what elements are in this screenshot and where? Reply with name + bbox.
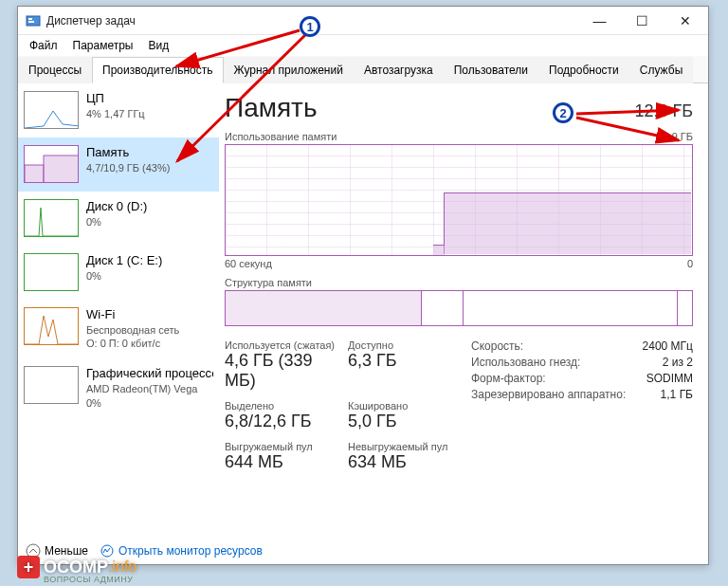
cpu-title: ЦП xyxy=(86,91,145,107)
memory-title: Память xyxy=(86,145,170,161)
graph-fill xyxy=(444,192,691,254)
gpu-thumb xyxy=(24,366,79,404)
menu-options[interactable]: Параметры xyxy=(65,37,141,54)
graph-x-left: 60 секунд xyxy=(225,258,272,269)
tab-startup[interactable]: Автозагрузка xyxy=(354,57,444,83)
svg-rect-4 xyxy=(44,156,79,183)
in-use-label: Используется (сжатая) xyxy=(225,339,348,351)
wifi-sub1: Беспроводная сеть xyxy=(86,323,179,337)
hw-value: 1,1 ГБ xyxy=(661,388,693,401)
gpu-title: Графический процессор xyxy=(86,366,213,382)
hw-label: Зарезервировано аппаратно: xyxy=(471,388,626,401)
maximize-button[interactable]: ☐ xyxy=(621,7,664,34)
app-icon xyxy=(26,13,41,28)
svg-line-10 xyxy=(177,32,308,161)
close-button[interactable]: ✕ xyxy=(664,7,706,34)
slots-value: 2 из 2 xyxy=(663,356,693,369)
memory-composition[interactable] xyxy=(225,290,693,326)
avail-value: 6,3 ГБ xyxy=(348,351,471,371)
form-label: Форм-фактор: xyxy=(471,372,546,385)
tab-users[interactable]: Пользователи xyxy=(444,57,538,83)
sidebar-item-disk1[interactable]: Диск 1 (C: E:)0% xyxy=(18,246,219,300)
graph-x-right: 0 xyxy=(687,258,693,269)
wifi-title: Wi-Fi xyxy=(86,307,179,323)
tab-processes[interactable]: Процессы xyxy=(18,57,92,83)
paged-label: Выгружаемый пул xyxy=(225,441,348,452)
disk1-title: Диск 1 (C: E:) xyxy=(86,253,162,269)
cpu-thumb xyxy=(24,91,79,129)
composition-label: Структура памяти xyxy=(225,277,693,288)
tabbar: Процессы Производительность Журнал прило… xyxy=(18,56,708,83)
disk0-thumb xyxy=(24,199,79,237)
nonpaged-label: Невыгружаемый пул xyxy=(348,441,471,452)
annotation-arrow-1b xyxy=(166,28,327,171)
in-use-value: 4,6 ГБ (339 МБ) xyxy=(225,351,348,391)
wifi-sub2: О: 0 П: 0 кбит/с xyxy=(86,337,179,350)
svg-line-12 xyxy=(576,118,679,140)
menu-file[interactable]: Файл xyxy=(22,37,65,54)
sidebar-item-wifi[interactable]: Wi-FiБеспроводная сетьО: 0 П: 0 кбит/с xyxy=(18,300,219,358)
wifi-thumb xyxy=(24,307,79,345)
menubar: Файл Параметры Вид xyxy=(18,35,708,56)
annotation-badge-2: 2 xyxy=(553,102,573,123)
disk1-thumb xyxy=(24,253,79,291)
cpu-sub: 4% 1,47 ГГц xyxy=(86,107,145,120)
memory-thumb xyxy=(24,145,79,183)
tab-details[interactable]: Подробности xyxy=(538,57,629,83)
comp-in-use xyxy=(226,291,422,325)
comp-standby xyxy=(464,291,678,325)
form-value: SODIMM xyxy=(646,372,693,385)
task-manager-window: Диспетчер задач — ☐ ✕ Файл Параметры Вид… xyxy=(17,6,709,565)
annotation-arrow-2b xyxy=(573,114,691,148)
sidebar-item-gpu[interactable]: Графический процессорAMD Radeon(TM) Vega… xyxy=(18,358,219,417)
comp-modified xyxy=(422,291,464,325)
svg-rect-3 xyxy=(25,165,44,183)
commit-label: Выделено xyxy=(225,400,348,412)
sidebar-item-disk0[interactable]: Диск 0 (D:)0% xyxy=(18,192,219,246)
stats: Используется (сжатая)4,6 ГБ (339 МБ) Дос… xyxy=(225,339,693,482)
svg-rect-2 xyxy=(28,21,34,23)
annotation-badge-1: 1 xyxy=(300,16,320,37)
cached-value: 5,0 ГБ xyxy=(348,412,471,431)
watermark-sub: ВОПРОСЫ АДМИНУ xyxy=(44,575,134,584)
disk0-sub: 0% xyxy=(86,215,147,229)
gpu-sub1: AMD Radeon(TM) Vega xyxy=(86,382,213,395)
commit-value: 6,8/12,6 ГБ xyxy=(225,412,348,431)
disk0-title: Диск 0 (D:) xyxy=(86,199,147,215)
minimize-button[interactable]: — xyxy=(578,7,621,34)
watermark-suffix: .info xyxy=(108,559,136,576)
window-controls: — ☐ ✕ xyxy=(578,7,706,34)
watermark-plus-icon: + xyxy=(17,556,40,578)
disk1-sub: 0% xyxy=(86,269,162,283)
slots-label: Использовано гнезд: xyxy=(471,356,580,369)
content-area: ЦП4% 1,47 ГГц Память4,7/10,9 ГБ (43%) Ди… xyxy=(18,83,708,539)
resource-monitor-label: Открыть монитор ресурсов xyxy=(118,544,263,558)
speed-label: Скорость: xyxy=(471,339,523,353)
nonpaged-value: 634 МБ xyxy=(348,452,471,472)
comp-free xyxy=(678,291,692,325)
titlebar[interactable]: Диспетчер задач — ☐ ✕ xyxy=(18,7,708,35)
paged-value: 644 МБ xyxy=(225,452,348,472)
speed-value: 2400 МГц xyxy=(643,339,693,353)
cached-label: Кэшировано xyxy=(348,400,471,412)
svg-rect-1 xyxy=(28,18,32,20)
tab-services[interactable]: Службы xyxy=(629,57,693,83)
avail-label: Доступно xyxy=(348,339,471,351)
memory-sub: 4,7/10,9 ГБ (43%) xyxy=(86,161,170,174)
gpu-sub2: 0% xyxy=(86,396,213,410)
